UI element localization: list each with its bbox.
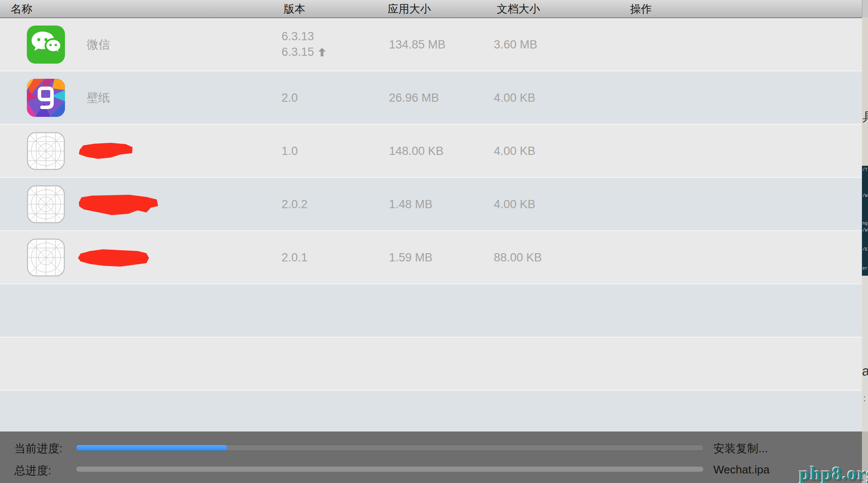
- wechat-icon: [27, 26, 65, 64]
- app-size: 134.85 MB: [389, 38, 446, 51]
- doc-size: 3.60 MB: [494, 38, 538, 51]
- total-progress-label: 总进度:: [14, 463, 51, 478]
- table-row-empty: [0, 390, 868, 431]
- background-window-edge: 具 /T /W ng /W /E er a :: [862, 0, 868, 483]
- app-version: 2.0.1: [282, 249, 308, 265]
- installed-version: 6.3.13: [282, 28, 326, 44]
- current-progress-bar: [76, 444, 704, 451]
- edge-titlebar-sliver: [862, 0, 868, 17]
- table-row-wallpaper[interactable]: 壁纸 2.0 26.96 MB 4.00 KB: [0, 71, 868, 124]
- app-size: 1.48 MB: [389, 197, 433, 211]
- doc-size: 4.00 KB: [494, 144, 535, 158]
- table-header: 名称 版本 应用大小 文档大小 操作: [0, 0, 868, 18]
- edge-glyph-fragment: 具: [862, 109, 868, 125]
- edge-sliver: 具: [862, 17, 868, 166]
- column-header-docsize[interactable]: 文档大小: [497, 2, 540, 16]
- progress-footer: 当前进度: 安装复制... 总进度: Wechat.ipa: [0, 431, 868, 483]
- available-version: 6.3.15: [282, 45, 314, 58]
- edge-glyph-fragment: :: [863, 393, 866, 403]
- redaction-blob: [77, 193, 159, 216]
- doc-size: 4.00 KB: [494, 91, 535, 104]
- edge-terminal-sliver: /T /W ng /W /E er: [862, 166, 868, 276]
- watermark: php8.org: [799, 463, 868, 483]
- table-row-app4[interactable]: 2.0.2 1.48 MB 4.00 KB: [0, 177, 868, 230]
- current-progress-fill: [76, 445, 227, 451]
- placeholder-grid-icon: [27, 132, 65, 170]
- app-name: 壁纸: [87, 90, 110, 106]
- column-header-action[interactable]: 操作: [630, 2, 652, 16]
- table-row-wechat[interactable]: 微信 6.3.13 6.3.15 134.85 MB 3.60 MB: [0, 18, 868, 71]
- update-arrow-icon: [318, 45, 326, 61]
- app-size: 1.59 MB: [389, 251, 433, 264]
- table-row-empty: [0, 283, 868, 337]
- current-file-text: Wechat.ipa: [713, 463, 770, 477]
- table-row-app3[interactable]: 1.0 148.00 KB 4.00 KB: [0, 124, 868, 177]
- placeholder-grid-icon: [27, 185, 65, 223]
- edge-glyph-fragment: a: [862, 364, 868, 379]
- app-size: 148.00 KB: [389, 144, 444, 158]
- column-header-appsize[interactable]: 应用大小: [388, 2, 431, 16]
- redaction-blob: [77, 143, 133, 159]
- wallpaper-9-icon: [27, 79, 65, 117]
- table-row-app5[interactable]: 2.0.1 1.59 MB 88.00 KB: [0, 230, 868, 283]
- table-row-empty: [0, 337, 868, 390]
- app-version: 2.0: [282, 90, 298, 105]
- app-name: 微信: [87, 37, 110, 52]
- app-size: 26.96 MB: [389, 91, 439, 104]
- app-version: 2.0.2: [282, 196, 308, 212]
- doc-size: 88.00 KB: [494, 251, 542, 264]
- current-status-text: 安装复制...: [713, 441, 768, 456]
- redaction-blob: [77, 248, 150, 267]
- edge-sliver: a :: [862, 276, 868, 431]
- placeholder-grid-icon: [27, 238, 65, 277]
- doc-size: 4.00 KB: [494, 197, 535, 211]
- current-progress-label: 当前进度:: [14, 441, 62, 456]
- column-header-name[interactable]: 名称: [11, 2, 32, 16]
- app-version: 6.3.13 6.3.15: [282, 28, 326, 61]
- column-header-version[interactable]: 版本: [284, 2, 305, 16]
- app-version: 1.0: [282, 143, 298, 158]
- app-table: 微信 6.3.13 6.3.15 134.85 MB 3.60 MB: [0, 18, 868, 431]
- total-progress-bar: [76, 466, 704, 472]
